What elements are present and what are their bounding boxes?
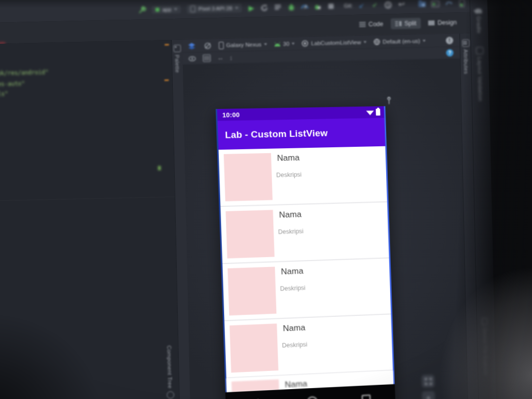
rollback-icon[interactable]: ↩ [397,0,406,9]
gradle-icon [475,8,482,13]
chevron-down-icon [423,40,426,42]
phone-app-bar: Lab - Custom ListView [218,118,385,150]
tool-tab-gradle[interactable]: Gradle [475,8,483,33]
apply-changes-icon[interactable] [260,3,269,12]
sync-gradle-icon[interactable] [444,0,453,8]
api-level-label: 30 [283,41,290,47]
design-view-icon [428,20,434,26]
device-label: Pixel 3 API 28 [199,5,233,11]
code-editor-pane[interactable]: oid.com/apk/res/android" com/apk/res-aut… [0,40,180,399]
app-title: Lab - Custom ListView [225,128,328,140]
device-mirror-icon[interactable] [458,0,466,7]
component-tree-label: Component Tree [166,345,173,389]
component-tree-icon [166,391,174,399]
device-file-explorer-icon [482,318,487,325]
attributes-icon [462,39,469,47]
editor-divider [0,197,175,201]
git-label: Git: [344,2,353,8]
design-surface[interactable]: 10:00 Lab - Custom ListView Nama Deskrip… [183,59,468,399]
preview-device-label: Galaxy Nexus [226,41,262,48]
logcat-terminal-icon[interactable]: ▶ [431,0,440,8]
code-line: d.com/tools" [0,90,8,98]
item-name: Nama [283,323,305,333]
help-icon[interactable]: ? [446,49,453,57]
chevron-down-icon [264,43,267,45]
phone-preview[interactable]: 10:00 Lab - Custom ListView Nama Deskrip… [216,106,396,399]
theme-icon [301,40,308,47]
zoom-in-button[interactable]: + [422,391,435,399]
list-item[interactable]: Nama Deskripsi [223,259,391,322]
device-file-explorer-label: Device File Explorer [482,328,489,376]
wrench-badge-icon [387,97,392,104]
api-version-select[interactable]: 30 [274,41,295,47]
run-button[interactable]: ▶ [247,3,256,12]
run-config-label: app [162,6,171,12]
palette-icon [173,45,181,52]
item-image-placeholder [230,324,278,373]
item-description: Deskripsi [278,228,303,235]
split-view-icon [395,21,401,26]
layout-validation-label: Layout Validation [477,57,484,101]
scrollbar-warning-mark[interactable] [165,79,169,81]
layout-validation-icon [476,47,483,54]
warning-glyph: ! [449,37,451,43]
tab-code[interactable]: Code [355,19,388,30]
git-commit-icon[interactable]: ✔ [370,0,379,9]
tool-tab-component-tree[interactable]: Component Tree [166,345,174,399]
item-description: Deskripsi [276,171,301,178]
design-surface-icon[interactable] [187,41,196,50]
item-name: Nama [279,209,301,220]
gradle-label: Gradle [476,16,482,33]
item-description: Deskripsi [280,284,305,292]
render-warning-icon[interactable]: ! [446,36,453,44]
globe-icon [373,38,380,45]
theme-select[interactable]: LabCustomListView [301,38,366,47]
tab-split[interactable]: Split [391,18,421,29]
code-line: com/apk/res-auto" [0,80,25,89]
night-mode-off-icon[interactable] [203,41,212,50]
orientation-list-icon[interactable] [202,54,211,63]
run-list-icon[interactable] [273,2,282,11]
list-item[interactable]: Nama Deskripsi [219,146,387,207]
editor-mode-tabs: Code Split Design [355,17,462,30]
tab-design-label: Design [437,19,457,26]
tab-design[interactable]: Design [424,17,461,29]
zoom-to-fit-button[interactable] [422,375,435,388]
device-for-preview-select[interactable]: Galaxy Nexus [219,40,267,49]
chevron-down-icon [235,7,238,9]
battery-icon [376,109,380,116]
tool-tab-attributes[interactable]: Attributes [462,39,470,74]
item-image-placeholder [228,266,276,315]
target-device-select[interactable]: Pixel 3 API 28 [186,2,243,14]
build-wrench-icon[interactable] [137,5,146,14]
listview[interactable]: Nama Deskripsi Nama Deskripsi Nama Deskr… [219,146,394,393]
tool-tab-layout-validation[interactable]: Layout Validation [476,47,484,101]
tab-split-label: Split [404,20,417,27]
scrollbar-warning-mark[interactable] [165,44,169,45]
help-glyph: ? [448,50,451,56]
run-config-icon [155,8,159,12]
debug-button[interactable] [287,2,296,11]
run-configuration-select[interactable]: app [151,4,182,15]
item-name: Nama [277,153,299,163]
list-item[interactable]: Nama Deskripsi [225,314,393,378]
nav-recents-icon[interactable] [362,395,370,399]
profiler-icon[interactable] [300,2,309,11]
stop-button[interactable] [327,1,335,10]
nav-home-icon[interactable] [307,396,318,399]
tab-code-label: Code [368,21,383,28]
history-clock-icon[interactable] [384,0,393,9]
attach-debugger-icon[interactable] [313,1,322,10]
git-update-icon[interactable]: ↙ [357,0,366,9]
design-pane: Galaxy Nexus 30 LabCustomListView Defaul… [182,33,468,399]
device-manager-icon[interactable] [418,0,427,8]
view-options-eye-icon[interactable] [188,54,197,63]
palette-label: Palette [174,55,181,73]
locale-select[interactable]: Default (en-us) [373,37,426,45]
tool-tab-device-file-explorer[interactable]: Device File Explorer [482,318,489,376]
horizontal-resize-icon[interactable]: ↔ [217,55,224,61]
list-item[interactable]: Nama Deskripsi [221,202,389,264]
item-description: Deskripsi [282,341,307,349]
tool-tab-palette[interactable]: Palette [173,45,181,73]
vertical-resize-icon[interactable]: ↕ [230,54,233,61]
